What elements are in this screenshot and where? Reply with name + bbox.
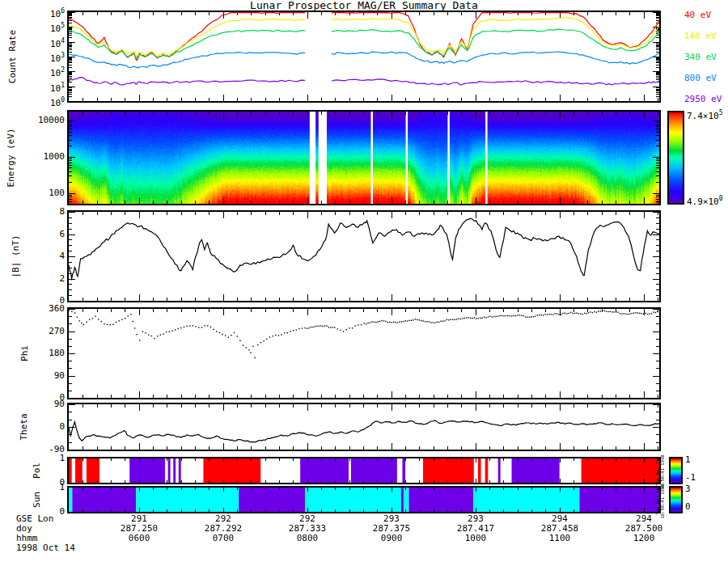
sun-canvas (69, 488, 659, 512)
theta-ytick: 0 (15, 422, 65, 432)
sun-colorbar (669, 486, 683, 513)
count-rate-panel (67, 11, 661, 103)
legend-label: 340 eV (684, 53, 717, 62)
pol-canvas (69, 458, 659, 483)
bfield-ytick: 6 (15, 230, 65, 239)
phi-ytick: 270 (15, 327, 65, 336)
bfield-ytick: 2 (15, 274, 65, 284)
legend-label: 40 eV (684, 11, 711, 20)
legend-label: 2950 eV (684, 95, 722, 104)
count-rate-ytick: 105 (15, 21, 65, 34)
theta-ytick: 90 (15, 399, 65, 409)
bfield-canvas (69, 212, 659, 301)
pol-colorbar-min-label: -1 (685, 473, 696, 483)
pol-colorbar (669, 457, 683, 484)
spectrogram-colorbar (667, 111, 684, 205)
sun-colorbar-canvas (671, 488, 681, 512)
count-rate-ytick: 106 (15, 6, 65, 19)
status-ytick: 1 (15, 454, 65, 463)
plot-area: Lunar Prospector MAG/ER Summary Data Cou… (0, 0, 728, 566)
spectrogram-canvas (69, 112, 659, 204)
axis-row-label: hhmm (16, 534, 38, 543)
count-rate-ytick: 100 (15, 95, 65, 108)
theta-canvas (69, 404, 659, 450)
colorbar-max-label: 7.4×105 (687, 108, 723, 121)
phi-canvas (69, 309, 659, 398)
count-rate-canvas (69, 12, 659, 101)
phi-ytick: 180 (15, 348, 65, 358)
xtick-label: 0900 (359, 534, 424, 543)
date-label: 1998 Oct 14 (16, 543, 75, 553)
spectrogram-colorbar-canvas (669, 112, 683, 203)
sun-colorbar-max-label: 3 (685, 484, 691, 494)
theta-panel (67, 403, 661, 451)
energy-ytick: 1000 (15, 152, 65, 162)
bfield-ytick: 8 (15, 207, 65, 217)
sun-panel (67, 486, 661, 513)
legend-label: 140 eV (684, 32, 717, 41)
phi-ytick: 360 (15, 304, 65, 314)
xtick-label: 0600 (107, 534, 171, 543)
plot-title: Lunar Prospector MAG/ER Summary Data (69, 1, 659, 11)
spectrogram-panel (67, 110, 661, 205)
sun-colorbar-min-label: 0 (685, 502, 691, 512)
legend-label: 800 eV (684, 74, 717, 83)
bfield-panel (67, 210, 661, 302)
xtick-label: 0700 (191, 534, 256, 543)
xtick-label: 1000 (443, 534, 508, 543)
colorbar-min-label: 4.9×100 (687, 194, 723, 207)
pol-panel (67, 457, 661, 484)
phi-panel (67, 307, 661, 399)
energy-ytick: 100 (15, 188, 65, 198)
xtick-label: 1100 (527, 534, 592, 543)
count-rate-ytick: 104 (15, 36, 65, 49)
phi-ytick: 90 (15, 371, 65, 381)
energy-ytick: 10000 (15, 116, 65, 125)
pol-colorbar-canvas (671, 458, 681, 483)
count-rate-ytick: 103 (15, 51, 65, 64)
xtick-label: 1200 (612, 534, 676, 543)
xtick-label: 0800 (275, 534, 340, 543)
pol-colorbar-max-label: 1 (685, 455, 691, 465)
status-ytick: 1 (15, 483, 65, 492)
count-rate-ytick: 102 (15, 65, 65, 78)
bfield-ytick: 4 (15, 251, 65, 261)
count-rate-ytick: 101 (15, 81, 65, 94)
